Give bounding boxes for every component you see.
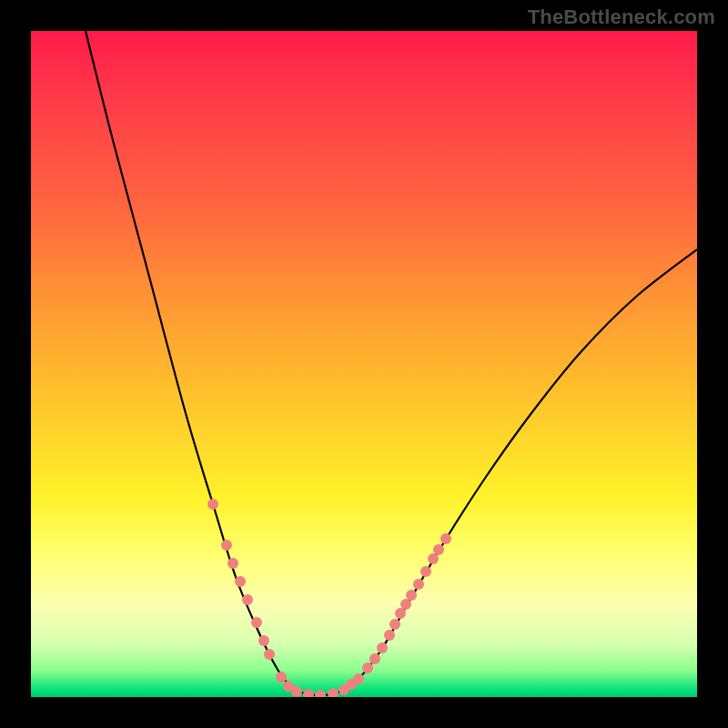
data-marker [377, 642, 388, 653]
data-marker [428, 553, 439, 564]
data-marker [258, 635, 269, 646]
watermark-text: TheBottleneck.com [528, 5, 715, 29]
chart-stage: TheBottleneck.com [0, 0, 728, 728]
data-marker [400, 599, 411, 610]
data-marker [433, 544, 444, 555]
data-marker [395, 608, 406, 619]
data-marker [235, 576, 246, 587]
data-marker [389, 619, 400, 630]
data-marker [315, 690, 326, 697]
data-marker [420, 566, 431, 577]
marker-group [207, 499, 451, 697]
data-marker [384, 630, 395, 641]
data-marker [207, 499, 218, 510]
plot-area [31, 31, 697, 697]
data-marker [362, 662, 373, 673]
data-marker [369, 653, 380, 664]
curve-layer [31, 31, 697, 697]
data-marker [303, 689, 314, 697]
data-marker [264, 649, 275, 660]
data-marker [291, 686, 302, 697]
data-marker [251, 617, 262, 628]
data-marker [353, 673, 364, 684]
data-marker [221, 540, 232, 551]
data-marker [406, 590, 417, 601]
bottleneck-curve [86, 31, 697, 695]
data-marker [228, 558, 238, 569]
data-marker [328, 688, 339, 697]
data-marker [440, 533, 451, 544]
data-marker [242, 594, 253, 605]
data-marker [276, 672, 287, 682]
data-marker [413, 579, 424, 590]
